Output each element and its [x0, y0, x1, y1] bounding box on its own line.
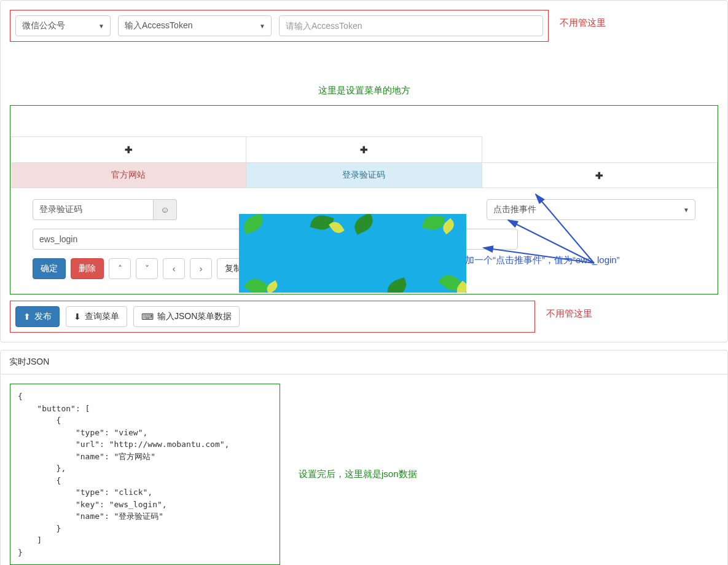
json-panel: 实时JSON { "button": [ { "type": "view", "… [0, 350, 728, 565]
menu-tab-mid[interactable]: 登录验证码 [246, 162, 482, 188]
emoji-picker-button[interactable]: ☺ [154, 199, 177, 220]
move-left-button[interactable]: ‹ [163, 258, 185, 279]
json-panel-title: 实时JSON [1, 350, 727, 374]
event-type-select[interactable]: 点击推事件 [487, 199, 695, 220]
chevron-down-icon: ˅ [145, 264, 149, 273]
top-config-row: 微信公众号 ▼ 输入AccessToken ▼ 不用管这里 [10, 10, 718, 42]
plus-icon: ✚ [360, 145, 368, 154]
publish-button-label: 发布 [34, 311, 52, 322]
upload-icon: ⬆ [23, 312, 31, 322]
smile-icon: ☺ [160, 205, 169, 215]
query-menu-button[interactable]: ⬇ 查询菜单 [66, 306, 127, 327]
download-icon: ⬇ [74, 312, 81, 322]
menu-builder: ✚ ✚ 官方网站 登录验证码 ✚ [10, 105, 718, 294]
input-json-button[interactable]: ⌨ 输入JSON菜单数据 [133, 306, 240, 327]
submenu-slot-right [482, 136, 718, 162]
publish-note: 不用管这里 [546, 301, 592, 320]
chevron-up-icon: ˄ [118, 264, 122, 273]
move-up-button[interactable]: ˄ [109, 258, 131, 279]
menu-tab-left[interactable]: 官方网站 [11, 162, 246, 188]
plus-icon: ✚ [125, 145, 133, 154]
top-config-box: 微信公众号 ▼ 输入AccessToken ▼ [10, 10, 549, 42]
chevron-left-icon: ‹ [173, 264, 176, 273]
top-note: 不用管这里 [560, 10, 606, 29]
menu-grid: ✚ ✚ 官方网站 登录验证码 ✚ [10, 136, 718, 188]
access-token-input[interactable] [279, 15, 543, 36]
json-button-label: 输入JSON菜单数据 [157, 311, 232, 322]
confirm-button[interactable]: 确定 [33, 258, 66, 279]
publish-button[interactable]: ⬆ 发布 [15, 306, 60, 327]
chevron-right-icon: › [200, 264, 203, 273]
platform-select[interactable]: 微信公众号 [15, 15, 111, 36]
menu-name-input[interactable] [33, 199, 154, 220]
move-right-button[interactable]: › [190, 258, 212, 279]
json-panel-note: 设置完后，这里就是json数据 [299, 468, 417, 480]
auth-mode-select[interactable]: 输入AccessToken [118, 15, 272, 36]
submenu-add-left[interactable]: ✚ [11, 136, 246, 162]
menu-area-note: 这里是设置菜单的地方 [10, 85, 718, 97]
annotation-text: 加一个“点击推事件”，值为“ews_login” [465, 255, 620, 266]
submenu-add-mid[interactable]: ✚ [246, 136, 482, 162]
json-output: { "button": [ { "type": "view", "url": "… [10, 384, 280, 565]
move-down-button[interactable]: ˅ [136, 258, 158, 279]
copy-button[interactable]: 复制 [217, 258, 250, 279]
delete-button[interactable]: 删除 [71, 258, 104, 279]
menu-editor: ☺ 点击推事件 ▼ [10, 188, 718, 294]
menu-tab-add[interactable]: ✚ [482, 162, 718, 188]
keyboard-icon: ⌨ [141, 312, 154, 322]
publish-bar: ⬆ 发布 ⬇ 查询菜单 ⌨ 输入JSON菜单数据 [10, 301, 535, 333]
decorative-overlay-image [239, 214, 466, 293]
query-button-label: 查询菜单 [85, 311, 119, 322]
plus-icon: ✚ [595, 171, 603, 180]
event-key-input[interactable] [33, 229, 518, 250]
